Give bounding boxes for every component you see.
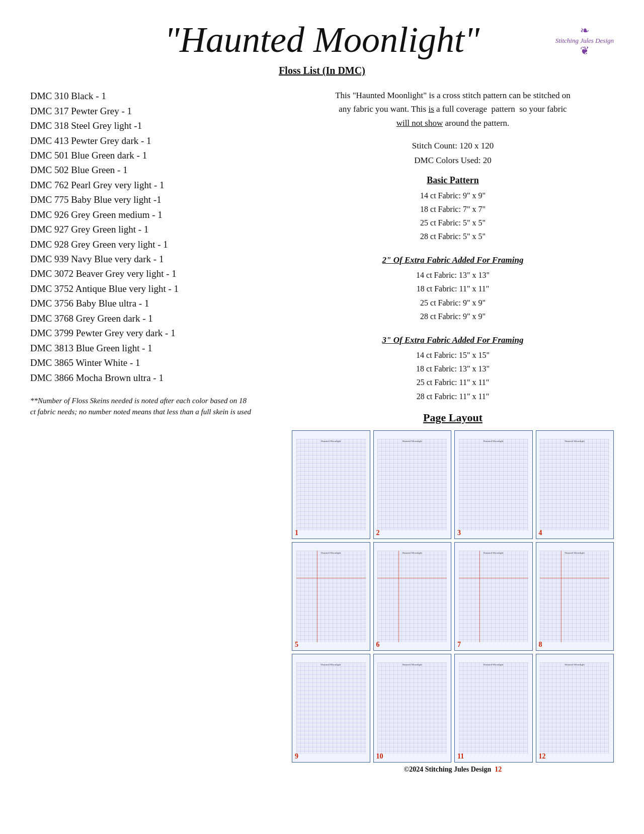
page-number: 8 [539,641,542,649]
page-number: 10 [376,752,383,761]
page-number: 9 [295,752,298,761]
header: "Haunted Moonlight" ❧ Stitching Jules De… [30,20,614,60]
page-title: "Haunted Moonlight" [30,20,614,60]
fabric-item: 25 ct Fabric: 9" x 9" [416,296,490,310]
thumb-grid [377,551,447,642]
floss-item: DMC 3752 Antique Blue very light - 1 [30,281,272,296]
page-thumb: Haunted Moonlight1 [292,430,370,539]
stitch-count-value: 120 x 120 [459,141,494,150]
floss-list-header: Floss List (In DMC) [30,65,614,77]
thumb-title: Haunted Moonlight [540,552,609,554]
floss-item: DMC 3756 Baby Blue ultra - 1 [30,296,272,311]
copyright-text: ©2024 Stitching Jules Design [404,766,491,773]
floss-item: DMC 939 Navy Blue very dark - 1 [30,252,272,266]
page-thumb: Haunted Moonlight6 [373,542,452,651]
fabric-item: 14 ct Fabric: 9" x 9" [420,189,486,202]
floss-item: DMC 775 Baby Blue very light -1 [30,192,272,207]
page-layout-title: Page Layout [423,411,482,424]
copyright: ©2024 Stitching Jules Design 12 [292,766,614,774]
extra-2inch-list: 14 ct Fabric: 13" x 13"18 ct Fabric: 11"… [416,268,490,323]
thumb-grid [459,439,528,530]
page-grid-row2: Haunted Moonlight5Haunted Moonlight6Haun… [292,542,614,651]
fabric-item: 28 ct Fabric: 5" x 5" [420,230,486,243]
floss-item: DMC 926 Grey Green medium - 1 [30,207,272,222]
page-thumb: Haunted Moonlight10 [373,654,452,763]
fabric-item: 14 ct Fabric: 13" x 13" [416,268,490,282]
floss-item: DMC 3865 Winter White - 1 [30,355,272,370]
floss-item: DMC 3866 Mocha Brown ultra - 1 [30,370,272,385]
page-number: 4 [539,529,542,537]
thumb-title: Haunted Moonlight [296,440,366,442]
left-column: DMC 310 Black - 1DMC 317 Pewter Grey - 1… [30,89,272,418]
fabric-item: 18 ct Fabric: 7" x 7" [420,202,486,216]
floss-item: DMC 3768 Grey Green dark - 1 [30,311,272,326]
floss-item: DMC 318 Steel Grey light -1 [30,118,272,133]
floss-item: DMC 3813 Blue Green light - 1 [30,341,272,355]
thumb-grid [540,439,609,530]
thumb-title: Haunted Moonlight [296,663,366,666]
thumb-title: Haunted Moonlight [459,440,528,442]
floss-item: DMC 317 Pewter Grey - 1 [30,104,272,118]
last-page-num: 12 [495,766,502,773]
page-number: 6 [376,641,380,649]
thumb-title: Haunted Moonlight [377,663,447,666]
page-thumb: Haunted Moonlight4 [536,430,614,539]
page-number: 7 [457,641,461,649]
thumb-title: Haunted Moonlight [459,663,528,666]
page-number: 5 [295,641,298,649]
description-text: This "Haunted Moonlight" is a cross stit… [332,89,574,130]
thumb-grid [459,551,528,642]
extra-3inch-title: 3" Of Extra Fabric Added For Framing [382,335,524,345]
page-thumb: Haunted Moonlight9 [292,654,370,763]
page-thumb: Haunted Moonlight8 [536,542,614,651]
page-number: 12 [539,752,546,761]
thumb-title: Haunted Moonlight [296,552,366,554]
logo-decoration-bottom: ❦ [580,45,589,56]
thumb-title: Haunted Moonlight [459,552,528,554]
basic-pattern-list: 14 ct Fabric: 9" x 9"18 ct Fabric: 7" x … [420,189,486,244]
thumb-grid [377,662,447,754]
floss-item: DMC 928 Grey Green very light - 1 [30,237,272,252]
page-number: 11 [457,752,464,761]
page-grid-row3: Haunted Moonlight9Haunted Moonlight10Hau… [292,654,614,763]
thumb-grid [296,439,366,530]
thumb-grid [296,551,366,642]
thumb-grid [296,662,366,754]
underline-will: will not show [396,118,443,128]
logo-area: ❧ Stitching Jules Design ❦ [555,25,614,56]
page-number: 1 [295,529,298,537]
page-thumb: Haunted Moonlight3 [454,430,533,539]
floss-item: DMC 3799 Pewter Grey very dark - 1 [30,326,272,340]
thumb-grid [377,439,447,530]
fabric-item: 28 ct Fabric: 11" x 11" [416,390,490,403]
thumb-title: Haunted Moonlight [540,663,609,666]
thumb-title: Haunted Moonlight [377,440,447,442]
page-container: "Haunted Moonlight" ❧ Stitching Jules De… [0,0,644,834]
logo-decoration-top: ❧ [580,25,589,36]
fabric-item: 18 ct Fabric: 11" x 11" [416,282,490,295]
page-number: 2 [376,529,380,537]
fabric-item: 25 ct Fabric: 11" x 11" [416,375,490,389]
extra-2inch-title: 2" Of Extra Fabric Added For Framing [382,255,524,265]
page-number: 3 [457,529,461,537]
fabric-item: 14 ct Fabric: 15" x 15" [416,348,490,362]
stitch-info: Stitch Count: 120 x 120 DMC Colors Used:… [412,139,494,168]
fabric-item: 18 ct Fabric: 13" x 13" [416,362,490,375]
fabric-item: 25 ct Fabric: 5" x 5" [420,216,486,230]
right-column: This "Haunted Moonlight" is a cross stit… [292,89,614,774]
floss-note: **Number of Floss Skeins needed is noted… [30,395,252,418]
floss-item: DMC 501 Blue Green dark - 1 [30,148,272,163]
thumb-grid [459,662,528,754]
floss-item: DMC 3072 Beaver Grey very light - 1 [30,266,272,281]
dmc-colors-label: DMC Colors Used: [414,156,480,165]
floss-item: DMC 927 Grey Green light - 1 [30,222,272,237]
page-grid-row1: Haunted Moonlight1Haunted Moonlight2Haun… [292,430,614,539]
floss-item: DMC 310 Black - 1 [30,89,272,103]
underline-is: is [428,104,434,114]
page-thumb: Haunted Moonlight2 [373,430,452,539]
dmc-colors-value: 20 [483,156,492,165]
floss-item: DMC 413 Pewter Grey dark - 1 [30,133,272,148]
thumb-title: Haunted Moonlight [377,552,447,554]
fabric-item: 28 ct Fabric: 9" x 9" [416,310,490,323]
page-thumb: Haunted Moonlight5 [292,542,370,651]
